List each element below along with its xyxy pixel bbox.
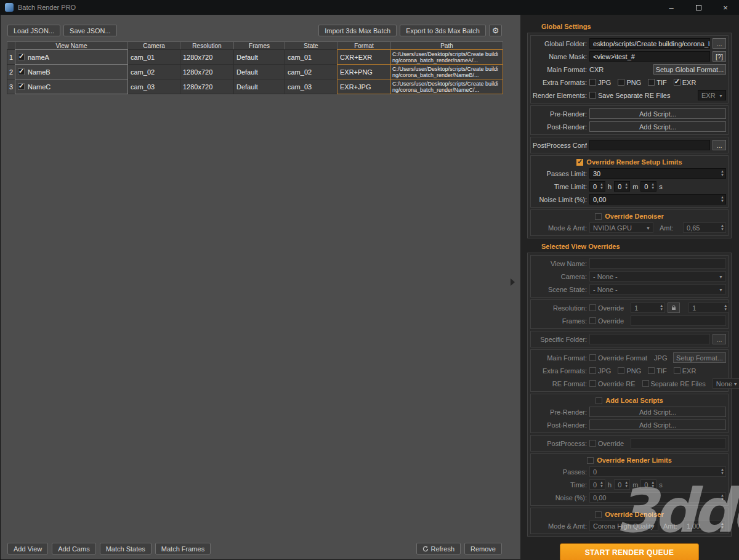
load-json-button[interactable]: Load JSON... xyxy=(7,25,60,36)
resolution-cell[interactable]: 1280x720 xyxy=(180,64,234,79)
passes-limit-spinner[interactable]: 30 xyxy=(589,168,726,179)
state-dropdown[interactable]: cam_01 xyxy=(285,49,337,65)
format-cell[interactable]: CXR+EXR xyxy=(337,49,391,65)
save-json-button[interactable]: Save JSON... xyxy=(63,25,117,36)
override-png-checkbox[interactable] xyxy=(618,367,624,374)
match-states-button[interactable]: Match States xyxy=(100,543,151,554)
local-pre-render-add-script-button[interactable]: Add Script... xyxy=(589,407,726,417)
view-name-input[interactable] xyxy=(589,258,726,269)
path-cell[interactable]: C:/Users/user/Desktop/scripts/Create bui… xyxy=(390,79,503,94)
add-view-button[interactable]: Add View xyxy=(7,543,48,554)
save-separate-re-checkbox[interactable] xyxy=(589,92,596,99)
resolution-width-spinner[interactable]: 1 xyxy=(631,302,665,313)
view-name-cell[interactable]: nameA xyxy=(15,49,128,65)
panel-collapse-arrow[interactable] xyxy=(511,278,515,286)
add-cams-button[interactable]: Add Cams xyxy=(52,543,95,554)
refresh-button[interactable]: Refresh xyxy=(416,543,461,554)
post-render-add-script-button[interactable]: Add Script... xyxy=(589,121,726,132)
override-denoiser-checkbox[interactable] xyxy=(595,213,602,220)
postprocess-override-checkbox[interactable] xyxy=(589,440,596,447)
override-jpg-checkbox[interactable] xyxy=(589,367,596,374)
import-3dsmax-batch-button[interactable]: Import 3ds Max Batch xyxy=(318,25,397,36)
close-button[interactable]: × xyxy=(712,0,739,15)
name-mask-input[interactable]: <view>\test_# xyxy=(589,51,710,62)
resolution-override-checkbox[interactable] xyxy=(589,304,596,311)
column-header-state[interactable]: State xyxy=(285,41,337,50)
view-enabled-checkbox[interactable] xyxy=(18,68,25,75)
view-name-cell[interactable]: NameB xyxy=(15,64,128,79)
scene-state-dropdown[interactable]: - None - xyxy=(589,284,726,294)
exr-checkbox[interactable] xyxy=(674,79,680,86)
override-passes-spinner[interactable]: 0 xyxy=(589,466,726,477)
pre-render-add-script-button[interactable]: Add Script... xyxy=(589,108,726,119)
remove-button[interactable]: Remove xyxy=(464,543,502,554)
resolution-height-spinner[interactable]: 1 xyxy=(689,302,729,313)
time-seconds-spinner[interactable]: 0 xyxy=(640,181,656,192)
png-checkbox[interactable] xyxy=(618,79,624,86)
camera-cell[interactable]: cam_01 xyxy=(127,49,180,65)
camera-dropdown[interactable]: - None - xyxy=(589,271,726,282)
override-render-setup-limits-checkbox[interactable] xyxy=(576,159,583,166)
column-header-view-name[interactable]: View Name xyxy=(15,41,128,50)
denoiser-mode-dropdown[interactable]: NVIDIA GPU xyxy=(589,222,653,233)
setup-global-format-button[interactable]: Setup Global Format... xyxy=(653,64,726,75)
override-postprocess-input[interactable] xyxy=(631,438,726,448)
path-cell[interactable]: C:/Users/user/Desktop/scripts/Create bui… xyxy=(390,64,503,79)
override-time-seconds-spinner[interactable]: 0 xyxy=(640,479,656,490)
add-local-scripts-checkbox[interactable] xyxy=(596,397,602,404)
setup-format-button[interactable]: Setup Format... xyxy=(673,352,726,363)
maximize-button[interactable] xyxy=(685,0,712,15)
override-denoiser-local-checkbox[interactable] xyxy=(595,511,602,518)
camera-cell[interactable]: cam_03 xyxy=(127,79,180,94)
column-header-format[interactable]: Format xyxy=(337,41,391,50)
name-mask-help-button[interactable]: [?] xyxy=(713,51,726,62)
override-format-checkbox[interactable] xyxy=(589,354,596,361)
format-cell[interactable]: EXR+JPG xyxy=(337,79,391,94)
column-header-path[interactable]: Path xyxy=(390,41,503,50)
specific-folder-browse-button[interactable]: ... xyxy=(713,334,726,344)
override-tif-checkbox[interactable] xyxy=(648,367,655,374)
view-enabled-checkbox[interactable] xyxy=(18,54,25,60)
global-folder-browse-button[interactable]: ... xyxy=(713,38,726,49)
separate-re-files-checkbox[interactable] xyxy=(642,380,649,387)
denoiser-amount-spinner[interactable]: 0,65 xyxy=(683,222,726,233)
postprocess-conf-input[interactable] xyxy=(589,140,710,150)
state-dropdown[interactable]: cam_03 xyxy=(285,79,337,94)
column-header-resolution[interactable]: Resolution xyxy=(180,41,234,50)
match-frames-button[interactable]: Match Frames xyxy=(155,543,211,554)
override-time-hours-spinner[interactable]: 0 xyxy=(589,479,605,490)
camera-cell[interactable]: cam_02 xyxy=(127,64,180,79)
frames-input[interactable] xyxy=(631,315,726,326)
override-denoiser-mode-dropdown[interactable]: Corona High Quality xyxy=(589,521,658,531)
frames-cell[interactable]: Default xyxy=(233,79,285,94)
frames-cell[interactable]: Default xyxy=(233,49,285,65)
frames-override-checkbox[interactable] xyxy=(589,317,596,324)
frames-cell[interactable]: Default xyxy=(233,64,285,79)
aspect-lock-button[interactable] xyxy=(668,302,680,313)
format-cell[interactable]: EXR+PNG xyxy=(337,64,391,79)
override-re-format-dropdown[interactable]: None xyxy=(713,378,739,389)
override-render-limits-checkbox[interactable] xyxy=(587,457,594,464)
local-post-render-add-script-button[interactable]: Add Script... xyxy=(589,420,726,430)
state-dropdown[interactable]: cam_02 xyxy=(285,64,337,79)
override-exr-checkbox[interactable] xyxy=(674,367,680,374)
resolution-cell[interactable]: 1280x720 xyxy=(180,49,234,65)
postprocess-conf-browse-button[interactable]: ... xyxy=(713,140,726,150)
start-render-queue-button[interactable]: START RENDER QUEUE xyxy=(560,543,699,560)
override-time-minutes-spinner[interactable]: 0 xyxy=(614,479,630,490)
column-header-frames[interactable]: Frames xyxy=(233,41,285,50)
override-denoiser-amount-spinner[interactable]: 1,00 xyxy=(683,521,726,531)
tif-checkbox[interactable] xyxy=(648,79,655,86)
time-hours-spinner[interactable]: 0 xyxy=(589,181,605,192)
override-re-checkbox[interactable] xyxy=(589,380,596,387)
global-folder-input[interactable]: esktop/scripts/Create building/corona_ba… xyxy=(589,38,710,49)
time-minutes-spinner[interactable]: 0 xyxy=(614,181,630,192)
re-format-dropdown[interactable]: EXR xyxy=(698,90,726,100)
column-header-camera[interactable]: Camera xyxy=(127,41,180,50)
resolution-cell[interactable]: 1280x720 xyxy=(180,79,234,94)
view-enabled-checkbox[interactable] xyxy=(18,83,25,90)
view-name-cell[interactable]: NameC xyxy=(15,79,128,94)
override-noise-spinner[interactable]: 0,00 xyxy=(589,492,726,503)
minimize-button[interactable]: – xyxy=(658,0,685,15)
path-cell[interactable]: C:/Users/user/Desktop/scripts/Create bui… xyxy=(390,49,503,65)
